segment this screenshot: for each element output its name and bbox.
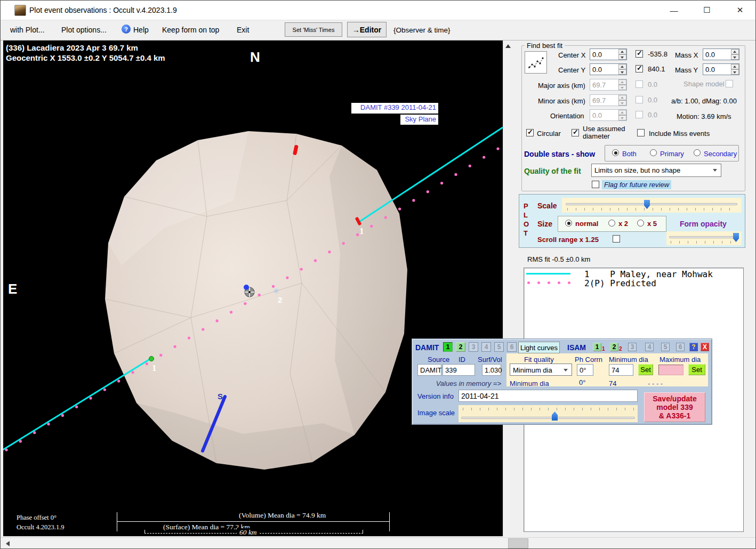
horizontal-scrollbar-thumb[interactable] <box>508 538 528 548</box>
spinner-up-icon <box>731 49 739 54</box>
minimum-dia-field[interactable]: 74 <box>609 364 633 376</box>
save-update-button[interactable]: Save/update model 339 & A336-1 <box>644 392 705 422</box>
image-scale-slider-thumb[interactable] <box>552 411 558 421</box>
center-y-field[interactable]: 0.0 <box>590 63 627 75</box>
mass-x-field[interactable]: 0.0 <box>703 49 739 60</box>
fit-y-checkbox[interactable] <box>636 65 643 72</box>
minor-axis-checkbox[interactable] <box>636 96 643 103</box>
panel-close-button[interactable]: X <box>701 343 709 351</box>
form-opacity-slider[interactable] <box>666 231 742 245</box>
scale-slider[interactable] <box>562 198 742 213</box>
minor-axis-spinner[interactable] <box>618 95 626 106</box>
best-fit-plot-button[interactable] <box>525 51 547 74</box>
set-maximum-dia-button[interactable]: Set <box>688 364 705 375</box>
fit-quality-dropdown[interactable]: Minimum dia <box>510 364 572 376</box>
scroll-range-checkbox[interactable] <box>613 235 620 243</box>
major-axis-spinner[interactable] <box>618 79 626 90</box>
size-normal-radio[interactable] <box>565 220 572 227</box>
orientation-spinner[interactable] <box>618 110 626 120</box>
size-x5-radio[interactable] <box>637 220 644 227</box>
scroll-left-icon[interactable] <box>6 541 10 546</box>
orientation-field[interactable]: 0.0 <box>590 109 627 121</box>
panel-help-button[interactable]: ? <box>689 343 698 351</box>
scale-bar-label: 60 km <box>237 528 260 536</box>
editor-button[interactable]: →Editor <box>347 22 387 37</box>
set-miss-times-button[interactable]: Set 'Miss' Times <box>285 22 342 37</box>
isam-model-button-2[interactable]: 2 <box>610 343 618 351</box>
damit-model-button-3[interactable]: 3 <box>469 342 478 352</box>
version-info-field[interactable]: 2011-04-21 <box>459 390 638 402</box>
maximum-dia-field[interactable] <box>658 365 683 375</box>
set-minimum-dia-button[interactable]: Set <box>638 364 653 375</box>
plot-area[interactable]: 1 1 S ✳ 2 (336) Lacadiera 2023 Apr 3 69.… <box>3 41 503 536</box>
surfvol-field[interactable]: 1.030 <box>482 364 501 376</box>
isam-model-button-1[interactable]: 1 <box>593 343 601 351</box>
asteroid-shape-model <box>105 131 407 470</box>
motion-label: Motion: 3.69 km/s <box>677 112 731 120</box>
scatter-fit-icon <box>527 55 544 70</box>
damit-model-button-4[interactable]: 4 <box>481 342 491 352</box>
use-assumed-diameter-checkbox[interactable] <box>572 129 579 136</box>
damit-title: DAMIT <box>415 343 439 352</box>
orientation-checkbox[interactable] <box>636 111 643 118</box>
center-y-spinner[interactable] <box>618 64 626 75</box>
damit-model-button-2[interactable]: 2 <box>456 342 465 352</box>
mass-x-spinner[interactable] <box>731 49 739 60</box>
vertical-scrollbar[interactable] <box>503 41 512 536</box>
spinner-down-icon <box>731 69 739 75</box>
size-label: Size <box>537 220 552 228</box>
minimize-button[interactable]: — <box>666 4 682 17</box>
double-stars-secondary-radio[interactable] <box>694 149 701 156</box>
menu-exit[interactable]: Exit <box>237 26 249 34</box>
damit-model-button-1[interactable]: 1 <box>443 342 453 352</box>
legend-predicted-dots <box>527 281 581 285</box>
chord-1-line <box>359 127 503 222</box>
predicted-star-icon: ✳ <box>273 287 279 295</box>
mass-y-field[interactable]: 0.0 <box>703 63 739 75</box>
center-x-field[interactable]: 0.0 <box>590 49 627 60</box>
id-field[interactable]: 339 <box>443 364 475 376</box>
major-axis-checkbox[interactable] <box>636 80 643 88</box>
close-button[interactable]: ✕ <box>732 4 748 17</box>
isam-model-button-6[interactable]: 6 <box>676 343 685 351</box>
menu-keep-on-top[interactable]: Keep form on top <box>162 26 219 34</box>
minor-axis-field[interactable]: 69.7 <box>590 94 627 106</box>
light-curves-button[interactable]: Light curves <box>518 342 560 353</box>
flag-review-checkbox[interactable] <box>592 181 599 188</box>
isam-subscript-1: 1 <box>602 346 605 352</box>
image-scale-slider[interactable] <box>459 405 638 422</box>
size-x5-label: x 5 <box>647 220 657 228</box>
size-x2-radio[interactable] <box>608 220 615 227</box>
source-field[interactable]: DAMIT <box>417 364 441 376</box>
miss-marker-chord2 <box>149 357 154 361</box>
isam-model-button-5[interactable]: 5 <box>661 343 670 351</box>
quality-of-fit-dropdown[interactable]: Limits on size, but no shape <box>591 164 721 177</box>
observer-time-label: {Observer & time} <box>393 26 451 34</box>
menu-plot-options[interactable]: Plot options... <box>61 26 107 34</box>
isam-model-button-3[interactable]: 3 <box>628 343 637 351</box>
damit-model-button-5[interactable]: 5 <box>494 342 504 352</box>
memory-maximum-dia: - - - - <box>648 380 663 387</box>
menu-with-plot[interactable]: with Plot... <box>10 26 45 34</box>
shape-model-checkbox[interactable] <box>726 80 733 87</box>
mass-y-spinner[interactable] <box>731 64 739 75</box>
isam-model-button-4[interactable]: 4 <box>645 343 654 351</box>
ab-dmag-label: a/b: 1.00, dMag: 0.00 <box>671 97 737 105</box>
spinner-down-icon <box>618 115 626 120</box>
ph-corrn-field[interactable]: 0° <box>577 364 593 376</box>
include-miss-events-checkbox[interactable] <box>637 129 645 136</box>
minor-axis-alt-value: 0.0 <box>648 96 657 104</box>
legend-chord-line <box>526 273 570 274</box>
menu-help[interactable]: Help <box>133 26 149 34</box>
scroll-up-icon[interactable] <box>505 44 511 48</box>
horizontal-scrollbar[interactable] <box>1 537 756 549</box>
maximize-button[interactable]: ☐ <box>699 4 715 17</box>
fit-x-checkbox[interactable] <box>636 50 643 58</box>
double-stars-both-radio[interactable] <box>612 149 619 156</box>
circular-checkbox[interactable] <box>526 129 534 136</box>
center-x-spinner[interactable] <box>618 49 626 60</box>
major-axis-field[interactable]: 69.7 <box>590 79 627 91</box>
spinner-up-icon <box>618 64 626 69</box>
double-stars-primary-radio[interactable] <box>650 149 657 156</box>
damit-model-button-6[interactable]: 6 <box>507 342 517 352</box>
